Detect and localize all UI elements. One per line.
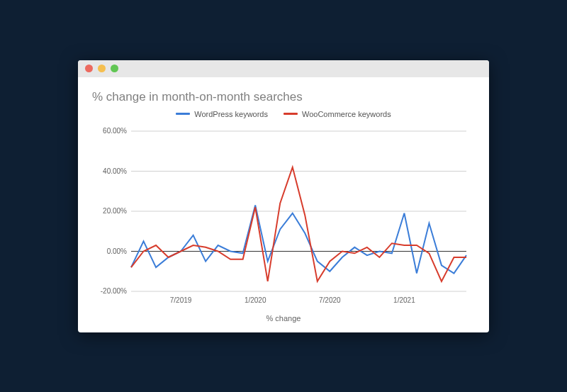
legend: WordPress keywords WooCommerce keywords	[92, 110, 475, 118]
svg-text:1/2021: 1/2021	[393, 296, 415, 304]
chart-plot-area: -20.00%0.00%20.00%40.00%60.00%7/20191/20…	[92, 125, 475, 310]
svg-text:0.00%: 0.00%	[107, 247, 127, 254]
svg-text:20.00%: 20.00%	[103, 207, 127, 215]
legend-label: WooCommerce keywords	[302, 110, 391, 118]
minimize-icon[interactable]	[98, 65, 106, 72]
legend-swatch	[284, 113, 298, 115]
window-titlebar	[78, 60, 489, 77]
x-axis-label: % change	[92, 314, 475, 323]
svg-text:7/2020: 7/2020	[319, 296, 341, 304]
maximize-icon[interactable]	[111, 65, 118, 72]
app-window: % change in month-on-month searches Word…	[78, 60, 489, 332]
svg-text:7/2019: 7/2019	[170, 296, 192, 304]
chart-title: % change in month-on-month searches	[92, 90, 475, 104]
svg-text:40.00%: 40.00%	[103, 167, 127, 174]
window-content: % change in month-on-month searches Word…	[78, 77, 489, 332]
svg-text:1/2020: 1/2020	[245, 296, 266, 304]
svg-text:-20.00%: -20.00%	[101, 287, 127, 295]
close-icon[interactable]	[85, 65, 93, 72]
chart-svg: -20.00%0.00%20.00%40.00%60.00%7/20191/20…	[92, 125, 475, 310]
legend-label: WordPress keywords	[194, 110, 268, 118]
legend-item-woocommerce: WooCommerce keywords	[284, 110, 391, 118]
legend-item-wordpress: WordPress keywords	[176, 110, 268, 118]
svg-text:60.00%: 60.00%	[103, 127, 127, 135]
legend-swatch	[176, 113, 190, 115]
